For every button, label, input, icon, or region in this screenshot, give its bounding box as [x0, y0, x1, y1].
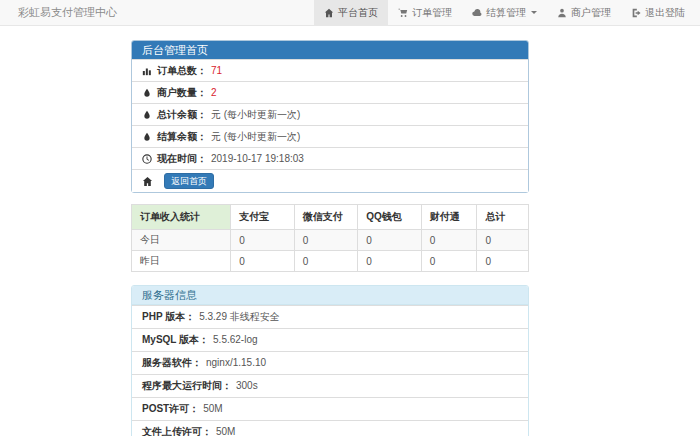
stat-value: 元 (每小时更新一次) — [211, 108, 300, 121]
cell-value: 0 — [477, 230, 529, 251]
nav-item-merchant-management[interactable]: 商户管理 — [547, 0, 621, 25]
server-label: 文件上传许可： — [142, 426, 212, 436]
cell-value: 0 — [294, 251, 358, 272]
server-row-server-software: 服务器软件：nginx/1.15.10 — [132, 351, 528, 374]
stat-label: 商户数量： — [157, 86, 207, 99]
user-icon — [557, 8, 567, 18]
server-label: MySQL 版本： — [142, 334, 209, 345]
cell-value: 0 — [421, 230, 477, 251]
home-button-row: 返回首页 — [132, 169, 528, 192]
tint-icon — [142, 88, 152, 98]
row-label: 昨日 — [132, 251, 231, 272]
cell-value: 0 — [477, 251, 529, 272]
table-row-today: 今日 0 0 0 0 0 — [132, 230, 529, 251]
cart-icon — [398, 8, 408, 18]
server-value: 300s — [236, 380, 258, 391]
server-label: 程序最大运行时间： — [142, 380, 232, 391]
column-header: 微信支付 — [294, 205, 358, 230]
stat-value: 71 — [211, 64, 222, 77]
stat-row-total-balance: 总计余额： 元 (每小时更新一次) — [132, 103, 528, 125]
cell-value: 0 — [231, 230, 295, 251]
nav-item-label: 订单管理 — [412, 6, 452, 20]
tint-icon — [142, 110, 152, 120]
table-header-row: 订单收入统计 支付宝 微信支付 QQ钱包 财付通 总计 — [132, 205, 529, 230]
nav-item-order-management[interactable]: 订单管理 — [388, 0, 462, 25]
column-header: 财付通 — [421, 205, 477, 230]
main-nav: 平台首页 订单管理 结算管理 商户管理 退出登陆 — [314, 0, 700, 25]
nav-item-label: 退出登陆 — [645, 6, 685, 20]
cell-value: 0 — [358, 251, 422, 272]
server-row-upload-limit: 文件上传许可：50M — [132, 420, 528, 436]
server-value: 50M — [216, 426, 235, 436]
stat-label: 总计余额： — [157, 108, 207, 121]
table-row-yesterday: 昨日 0 0 0 0 0 — [132, 251, 529, 272]
stat-value: 2019-10-17 19:18:03 — [211, 152, 304, 165]
column-header: 总计 — [477, 205, 529, 230]
server-info-panel-title: 服务器信息 — [132, 286, 528, 305]
server-row-mysql-version: MySQL 版本：5.5.62-log — [132, 328, 528, 351]
stat-label: 现在时间： — [157, 152, 207, 165]
caret-down-icon — [531, 11, 537, 14]
income-stats-table: 订单收入统计 支付宝 微信支付 QQ钱包 财付通 总计 今日 0 0 0 0 0… — [131, 204, 529, 272]
column-header: 订单收入统计 — [132, 205, 231, 230]
nav-item-logout[interactable]: 退出登陆 — [621, 0, 695, 25]
nav-item-settlement-management[interactable]: 结算管理 — [462, 0, 547, 25]
nav-item-label: 商户管理 — [571, 6, 611, 20]
server-value: 50M — [203, 403, 222, 414]
stat-label: 订单总数： — [157, 64, 207, 77]
server-row-php-version: PHP 版本：5.3.29 非线程安全 — [132, 305, 528, 328]
stat-row-current-time: 现在时间： 2019-10-17 19:18:03 — [132, 147, 528, 169]
app-title: 彩虹易支付管理中心 — [0, 0, 117, 25]
server-label: POST许可： — [142, 403, 199, 414]
server-label: 服务器软件： — [142, 357, 202, 368]
nav-item-platform-home[interactable]: 平台首页 — [314, 0, 388, 25]
stat-row-settle-balance: 结算余额： 元 (每小时更新一次) — [132, 125, 528, 147]
stat-value: 2 — [211, 86, 217, 99]
stat-row-merchant-count: 商户数量： 2 — [132, 81, 528, 103]
column-header: 支付宝 — [231, 205, 295, 230]
server-value: 5.3.29 非线程安全 — [199, 311, 280, 322]
home-icon — [324, 8, 334, 18]
nav-item-label: 平台首页 — [338, 6, 378, 20]
server-row-max-exec-time: 程序最大运行时间：300s — [132, 374, 528, 397]
dashboard-panel-title: 后台管理首页 — [132, 41, 528, 59]
cell-value: 0 — [231, 251, 295, 272]
row-label: 今日 — [132, 230, 231, 251]
main-content: 后台管理首页 订单总数： 71 商户数量： 2 总计余额： 元 (每小时更新一次… — [131, 40, 529, 436]
stat-label: 结算余额： — [157, 130, 207, 143]
cell-value: 0 — [358, 230, 422, 251]
clock-icon — [142, 154, 152, 164]
dashboard-panel: 后台管理首页 订单总数： 71 商户数量： 2 总计余额： 元 (每小时更新一次… — [131, 40, 529, 193]
home-icon — [142, 176, 153, 187]
cell-value: 0 — [421, 251, 477, 272]
server-label: PHP 版本： — [142, 311, 195, 322]
server-row-post-limit: POST许可：50M — [132, 397, 528, 420]
top-navbar: 彩虹易支付管理中心 平台首页 订单管理 结算管理 商户管理 退出登陆 — [0, 0, 700, 26]
stat-value: 元 (每小时更新一次) — [211, 130, 300, 143]
server-value: 5.5.62-log — [213, 334, 257, 345]
column-header: QQ钱包 — [358, 205, 422, 230]
bar-chart-icon — [142, 66, 152, 76]
server-info-panel: 服务器信息 PHP 版本：5.3.29 非线程安全 MySQL 版本：5.5.6… — [131, 285, 529, 436]
tint-icon — [142, 132, 152, 142]
nav-item-label: 结算管理 — [486, 6, 526, 20]
back-home-button[interactable]: 返回首页 — [164, 173, 214, 189]
cell-value: 0 — [294, 230, 358, 251]
stat-row-order-total: 订单总数： 71 — [132, 59, 528, 81]
cloud-icon — [472, 8, 482, 18]
server-value: nginx/1.15.10 — [206, 357, 266, 368]
logout-icon — [631, 8, 641, 18]
